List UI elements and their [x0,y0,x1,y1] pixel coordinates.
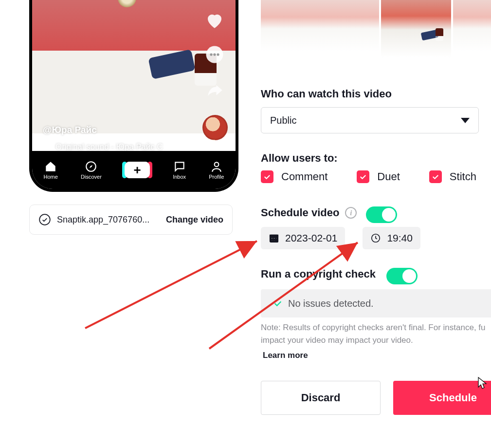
svg-rect-8 [270,235,278,237]
svg-point-6 [39,214,50,225]
allow-heading: Allow users to: [261,152,338,165]
phone-bottom-nav: Home Discover + Inbox Profile [32,151,236,189]
phone-screen: @Юра Райс Original sound - Юра Райс С Ho… [32,0,236,189]
thumbnail-selected[interactable] [381,0,451,57]
discard-button[interactable]: Discard [261,381,381,415]
comment-icon[interactable] [204,44,225,65]
mouse-cursor-icon [478,377,488,390]
upload-page: @Юра Райс Original sound - Юра Райс С Ho… [0,0,491,448]
svg-point-5 [214,162,218,167]
file-row: Snaptik.app_7076760... Change video [29,205,233,235]
share-icon[interactable] [204,81,225,101]
svg-point-3 [217,53,219,56]
svg-rect-13 [273,240,275,241]
check-icon [273,298,283,309]
copyright-toggle[interactable] [386,268,418,284]
copyright-heading: Run a copyright check [261,268,376,280]
nav-home[interactable]: Home [44,160,58,180]
svg-rect-9 [272,238,273,239]
caption-handle: @Юра Райс [43,125,97,135]
thumbnail[interactable] [301,0,341,52]
nav-profile[interactable]: Profile [209,160,224,180]
svg-rect-11 [276,238,277,239]
allow-duet-checkbox[interactable]: Duet [357,170,400,183]
copyright-status: No issues detected. [261,289,491,317]
date-value: 2023-02-01 [285,232,337,244]
privacy-value: Public [270,115,296,126]
action-buttons: Discard Schedule [261,381,491,415]
learn-more-link[interactable]: Learn more [263,351,308,360]
svg-rect-12 [272,240,273,241]
copyright-note: Note: Results of copyright checks aren't… [261,321,491,347]
sound-text: Original sound - Юра Райс С [55,142,163,152]
privacy-heading: Who can watch this video [261,88,392,100]
date-picker[interactable]: 2023-02-01 [261,227,345,249]
clock-icon [370,233,381,243]
schedule-pickers: 2023-02-01 19:40 [261,227,420,249]
time-value: 19:40 [387,232,413,244]
change-video-button[interactable]: Change video [166,215,223,225]
cover-thumbnails[interactable] [261,0,491,63]
allow-stitch-checkbox[interactable]: Stitch [429,170,476,183]
allow-comment-checkbox[interactable]: Comment [261,170,327,183]
schedule-toggle[interactable] [366,206,397,223]
svg-point-2 [213,53,216,56]
schedule-heading: Schedule video i [261,206,357,219]
checkbox-checked-icon [429,170,442,183]
thumbnail[interactable] [341,0,381,52]
time-picker[interactable]: 19:40 [363,227,420,249]
nav-inbox[interactable]: Inbox [173,160,186,180]
filename: Snaptik.app_7076760... [57,215,160,225]
like-icon[interactable] [204,10,225,31]
svg-line-15 [85,241,257,328]
schedule-button[interactable]: Schedule [393,381,491,415]
thumbnail[interactable] [451,0,491,52]
svg-rect-10 [273,238,275,239]
nav-create[interactable]: + [125,162,150,178]
calendar-icon [269,233,279,243]
privacy-select[interactable]: Public [261,107,479,133]
checkbox-checked-icon [261,170,273,183]
svg-point-1 [210,53,212,56]
info-icon[interactable]: i [345,207,357,219]
check-circle-icon [38,213,51,226]
sound-avatar[interactable] [202,115,228,140]
sound-row[interactable]: Original sound - Юра Райс С [43,142,163,152]
thumbnail[interactable] [261,0,301,52]
allow-row: Comment Duet Stitch [261,170,476,183]
nav-discover[interactable]: Discover [81,160,102,180]
phone-preview: @Юра Райс Original sound - Юра Райс С Ho… [29,0,238,192]
chevron-down-icon [461,118,470,123]
checkbox-checked-icon [357,170,369,183]
